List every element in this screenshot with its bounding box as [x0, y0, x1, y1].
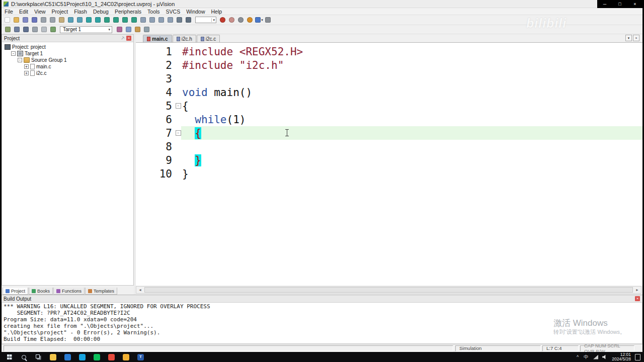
tree-item[interactable]: i2c.c — [2, 70, 133, 76]
toolbar-icon[interactable] — [103, 16, 111, 24]
line-number: 6 — [136, 114, 175, 126]
toolbar-icon[interactable] — [49, 16, 57, 24]
scroll-left-icon[interactable]: ◄ — [136, 288, 144, 292]
menu-item[interactable]: File — [2, 8, 16, 15]
target-select[interactable]: Target 1 ▾ — [60, 26, 112, 33]
toolbar-icon[interactable] — [76, 16, 84, 24]
toolbar-icon[interactable] — [115, 26, 123, 33]
taskbar-app-button[interactable]: T — [133, 352, 148, 362]
menu-item[interactable]: Debug — [90, 8, 112, 15]
panel-tab[interactable]: Templates — [85, 288, 117, 295]
toolbar-icon[interactable] — [167, 16, 175, 24]
expander-icon[interactable] — [24, 64, 29, 69]
toolbar-icon[interactable]: ▾ — [255, 16, 263, 24]
toolbar-icon[interactable] — [4, 26, 12, 33]
toolbar-icon[interactable] — [246, 16, 254, 24]
toolbar-icon[interactable] — [13, 16, 21, 24]
taskbar-app-button[interactable] — [104, 352, 119, 362]
volume-icon[interactable] — [602, 354, 607, 359]
taskbar-system-button[interactable] — [17, 352, 31, 362]
toolbar-icon[interactable] — [121, 16, 129, 24]
toolbar-icon[interactable] — [139, 16, 147, 24]
toolbar-icon[interactable] — [22, 26, 30, 33]
clock[interactable]: 12:01 2024/5/28 — [612, 352, 631, 361]
toolbar-icon[interactable] — [133, 26, 141, 33]
scrollbar-thumb[interactable] — [144, 287, 633, 293]
toolbar-icon[interactable] — [4, 16, 12, 24]
editor-horizontal-scrollbar[interactable]: ◄ ► — [136, 286, 641, 294]
document-tab[interactable]: main.c — [143, 35, 172, 42]
ime-indicator[interactable]: 中 — [584, 354, 588, 360]
maximize-button[interactable]: □ — [612, 0, 627, 8]
toolbar-icon[interactable] — [13, 26, 21, 33]
toolbar-icon[interactable] — [228, 16, 236, 24]
taskbar-app-button[interactable] — [119, 352, 133, 362]
toolbar-icon[interactable] — [176, 16, 184, 24]
menu-item[interactable]: Peripherals — [112, 8, 144, 15]
menu-item[interactable]: Edit — [16, 8, 31, 15]
expander-icon[interactable] — [18, 58, 22, 62]
tab-list-button[interactable]: ▾ — [625, 35, 632, 41]
taskbar-app-button[interactable] — [90, 352, 104, 362]
menu-item[interactable]: Project — [49, 8, 71, 15]
toolbar-icon[interactable] — [58, 16, 66, 24]
expander-icon[interactable] — [24, 71, 29, 75]
menu-item[interactable]: Flash — [71, 8, 90, 15]
tree-item[interactable]: Target 1 — [2, 50, 133, 57]
scroll-right-icon[interactable]: ► — [633, 288, 641, 292]
panel-tab[interactable]: Functions — [53, 288, 85, 295]
toolbar-icon[interactable] — [112, 16, 120, 24]
menu-item[interactable]: SVCS — [163, 8, 184, 15]
toolbar-icon[interactable] — [40, 26, 48, 33]
menu-item[interactable]: Tools — [144, 8, 163, 15]
tree-item[interactable]: Project: project — [2, 44, 133, 50]
pin-icon[interactable]: ⊤ — [120, 35, 125, 41]
expander-icon[interactable] — [11, 51, 16, 56]
taskbar-system-button[interactable] — [31, 352, 46, 362]
toolbar-icon[interactable] — [185, 16, 193, 24]
tree-item[interactable]: main.c — [2, 63, 133, 70]
panel-tab[interactable]: Project — [3, 288, 28, 295]
toolbar-icon[interactable] — [124, 26, 132, 33]
toolbar-icon[interactable] — [264, 16, 272, 24]
toolbar-icon[interactable] — [40, 16, 48, 24]
toolbar-icon[interactable] — [85, 16, 93, 24]
toolbar-icon[interactable] — [31, 26, 39, 33]
toolbar-icon[interactable] — [157, 16, 166, 24]
output-close-icon[interactable]: × — [635, 296, 640, 301]
menu-item[interactable]: View — [31, 8, 49, 15]
document-tab[interactable]: i2c.h — [173, 35, 196, 42]
toolbar-icon[interactable] — [219, 16, 227, 24]
notification-center-icon[interactable] — [635, 354, 640, 360]
tree-item[interactable]: Source Group 1 — [2, 57, 133, 63]
taskbar-app-button[interactable] — [60, 352, 75, 362]
toolbar-icon[interactable] — [130, 16, 138, 24]
taskbar-system-button[interactable] — [2, 352, 17, 362]
minimize-button[interactable]: ─ — [597, 0, 612, 8]
toolbar-icon[interactable] — [49, 26, 57, 33]
fold-icon[interactable] — [175, 130, 181, 136]
menu-item[interactable]: Help — [208, 8, 225, 15]
option-combo[interactable]: ▾ — [195, 17, 216, 23]
toolbar-icon[interactable] — [142, 26, 150, 33]
taskbar-app-button[interactable] — [75, 352, 90, 362]
toolbar-icon[interactable] — [148, 16, 156, 24]
network-icon[interactable] — [593, 355, 598, 359]
toolbar-icon[interactable] — [94, 16, 102, 24]
app-icon: T — [137, 354, 144, 360]
panel-tab[interactable]: Books — [29, 288, 53, 295]
toolbar-icon[interactable] — [22, 16, 30, 24]
menu-item[interactable]: Window — [183, 8, 208, 15]
toolbar-icon[interactable] — [31, 16, 39, 24]
close-button[interactable]: × — [627, 0, 642, 8]
tab-close-button[interactable]: × — [633, 35, 639, 41]
taskbar-app-button[interactable] — [46, 352, 60, 362]
toolbar-icon[interactable] — [67, 16, 75, 24]
document-tab[interactable]: i2c.c — [197, 35, 220, 42]
panel-close-icon[interactable]: × — [126, 36, 131, 41]
code-text: #include "i2c.h" — [181, 58, 642, 72]
toolbar-icon[interactable] — [237, 16, 245, 24]
fold-icon[interactable] — [175, 103, 181, 109]
code-editor[interactable]: 1 #include <REGX52.H> 2 #include "i2c.h" — [136, 43, 642, 286]
tray-chevron-icon[interactable]: ^ — [577, 354, 579, 359]
